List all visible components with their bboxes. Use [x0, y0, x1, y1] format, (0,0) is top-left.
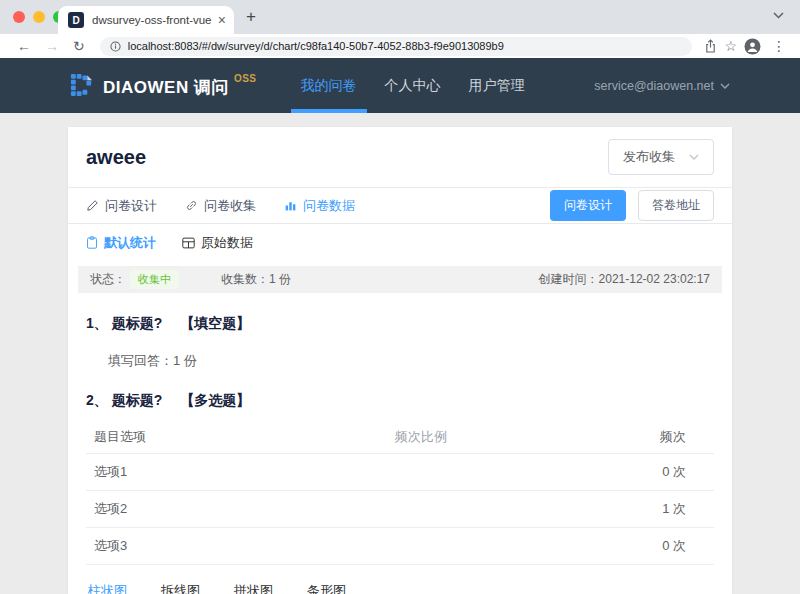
nav-item-my-surveys[interactable]: 我的问卷 [287, 58, 371, 113]
chart-tab-horizontal-bar[interactable]: 条形图 [305, 569, 348, 594]
oss-badge: OSS [234, 73, 257, 84]
address-bar[interactable]: localhost:8083/#/dw/survey/d/chart/c98fa… [100, 37, 693, 56]
table-row: 选项3 0.00% 0 次 [86, 528, 714, 565]
question-2-title: 2、 题标题? 【多选题】 [86, 392, 714, 410]
table-grid-icon [182, 237, 195, 249]
question-2: 2、 题标题? 【多选题】 题目选项 频次比例 频次 选项1 0.00% 0 次 [68, 392, 732, 565]
clipboard-icon [86, 236, 98, 249]
tab-survey-design-label: 问卷设计 [105, 197, 157, 215]
brand-name: DIAOWEN 调问 [103, 76, 229, 99]
tab-survey-collect[interactable]: 问卷收集 [185, 197, 256, 215]
chart-tab-line[interactable]: 拆线图 [159, 569, 202, 594]
card-header: aweee 发布收集 [68, 127, 732, 187]
subtab-default-stats-label: 默认统计 [104, 234, 156, 252]
publish-collect-dropdown[interactable]: 发布收集 [608, 139, 714, 175]
new-tab-button[interactable]: + [246, 7, 256, 27]
created-time-value: 2021-12-02 23:02:17 [599, 272, 710, 286]
frequency-value: 0 次 [610, 537, 714, 555]
window-minimize-button[interactable] [33, 11, 45, 23]
tab-search-chevron-icon[interactable] [773, 12, 784, 19]
window-close-button[interactable] [13, 11, 25, 23]
pencil-icon [86, 199, 99, 212]
tab-close-icon[interactable]: × [218, 13, 226, 27]
created-time-label: 创建时间： [539, 272, 599, 286]
app-navbar: DIAOWEN 调问 OSS 我的问卷 个人中心 用户管理 service@di… [0, 58, 800, 113]
browser-toolbar: ← → ↻ localhost:8083/#/dw/survey/d/chart… [0, 34, 800, 58]
frequency-value: 0 次 [610, 463, 714, 481]
chart-type-tabs: 柱状图 拆线图 拼状图 条形图 [68, 569, 732, 594]
subtab-raw-data-label: 原始数据 [201, 234, 253, 252]
forward-icon[interactable]: → [45, 39, 59, 53]
column-header-option: 题目选项 [86, 428, 395, 446]
browser-tabstrip: D dwsurvey-oss-front-vue × + [0, 0, 800, 34]
publish-collect-label: 发布收集 [623, 148, 675, 166]
tab-survey-design[interactable]: 问卷设计 [86, 197, 157, 215]
question-2-text: 题标题? [112, 392, 163, 408]
reload-icon[interactable]: ↻ [73, 39, 85, 53]
option-stats-table: 题目选项 频次比例 频次 选项1 0.00% 0 次 选项2 [86, 420, 714, 565]
question-1-number: 1、 [86, 315, 108, 331]
profile-avatar-icon[interactable] [744, 38, 761, 55]
nav-item-user-management[interactable]: 用户管理 [455, 58, 539, 113]
survey-title: aweee [86, 146, 146, 169]
page-info-icon[interactable] [110, 41, 121, 52]
tab-survey-collect-label: 问卷收集 [204, 197, 256, 215]
status-badge: 收集中 [130, 270, 179, 289]
collect-count-value: 1 份 [269, 272, 291, 286]
answer-count-label: 填写回答： [108, 353, 173, 368]
question-1-type: 【填空题】 [180, 315, 250, 331]
status-label: 状态： [90, 271, 126, 288]
chevron-down-icon [689, 154, 699, 160]
question-1-answer: 填写回答：1 份 [108, 352, 714, 370]
share-icon[interactable] [704, 39, 717, 53]
answer-url-button[interactable]: 答卷地址 [638, 190, 714, 221]
column-header-frequency: 频次 [610, 428, 714, 446]
chart-tab-bar[interactable]: 柱状图 [86, 569, 129, 594]
bookmark-star-icon[interactable]: ☆ [724, 38, 737, 54]
stats-subtabs: 默认统计 原始数据 [68, 224, 732, 261]
table-row: 选项1 0.00% 0 次 [86, 454, 714, 491]
status-bar: 状态： 收集中 收集数：1 份 创建时间：2021-12-02 23:02:17 [78, 266, 722, 293]
nav-item-personal-center[interactable]: 个人中心 [371, 58, 455, 113]
brand[interactable]: DIAOWEN 调问 OSS [70, 73, 257, 99]
table-row: 选项2 100.00% 1 次 [86, 491, 714, 528]
tab-survey-data[interactable]: 问卷数据 [284, 197, 355, 215]
column-header-frequency-ratio: 频次比例 [395, 428, 610, 446]
option-label: 选项1 [86, 463, 395, 481]
answer-count-value: 1 份 [173, 353, 197, 368]
account-menu[interactable]: service@diaowen.net [594, 79, 730, 93]
back-icon[interactable]: ← [17, 39, 31, 53]
favicon: D [68, 12, 84, 28]
tab-title: dwsurvey-oss-front-vue [92, 14, 212, 26]
question-1: 1、 题标题? 【填空题】 填写回答：1 份 [68, 315, 732, 370]
bar-chart-icon [284, 199, 297, 212]
frequency-value: 1 次 [610, 500, 714, 518]
subtab-default-stats[interactable]: 默认统计 [86, 234, 156, 252]
browser-tab[interactable]: D dwsurvey-oss-front-vue × [58, 6, 234, 34]
subtab-raw-data[interactable]: 原始数据 [182, 234, 253, 252]
diaowen-logo-icon [70, 73, 95, 98]
survey-design-button[interactable]: 问卷设计 [550, 190, 626, 221]
question-1-title: 1、 题标题? 【填空题】 [86, 315, 714, 333]
tab-survey-data-label: 问卷数据 [303, 197, 355, 215]
question-2-number: 2、 [86, 392, 108, 408]
question-2-type: 【多选题】 [180, 392, 250, 408]
collect-count-label: 收集数： [221, 272, 269, 286]
main-nav: 我的问卷 个人中心 用户管理 [287, 58, 539, 113]
question-1-text: 题标题? [112, 315, 163, 331]
link-icon [185, 199, 198, 212]
survey-card: aweee 发布收集 问卷设计 问卷收集 问卷数据 问卷设计 答卷地址 默认统计 [68, 127, 732, 594]
browser-menu-icon[interactable]: ⋮ [768, 38, 790, 54]
chevron-down-icon [720, 83, 730, 89]
table-header-row: 题目选项 频次比例 频次 [86, 420, 714, 454]
survey-section-tabs: 问卷设计 问卷收集 问卷数据 问卷设计 答卷地址 [68, 188, 732, 223]
url-text: localhost:8083/#/dw/survey/d/chart/c98fa… [128, 40, 504, 52]
option-label: 选项3 [86, 537, 395, 555]
chart-tab-pie[interactable]: 拼状图 [232, 569, 275, 594]
account-email: service@diaowen.net [594, 79, 714, 93]
